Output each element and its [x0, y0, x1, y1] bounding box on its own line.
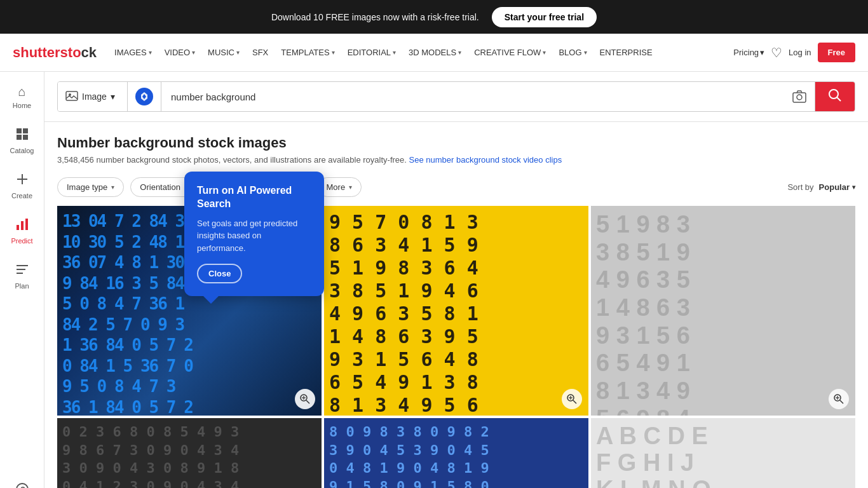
nav-item-3d-models[interactable]: 3D MODELS▾ [403, 44, 466, 61]
content-area: ⌂ Home Catalog Create Predict Plan [0, 72, 868, 488]
home-icon: ⌂ [18, 85, 25, 99]
chevron-down-icon: ▾ [111, 92, 115, 102]
ai-powered-search-popup: Turn on AI Powered Search Set goals and … [184, 172, 324, 296]
popup-title: Turn on AI Powered Search [197, 184, 311, 211]
image-grid: Turn on AI Powered Search Set goals and … [44, 203, 868, 418]
image-cell-4[interactable]: 0 2 3 6 8 0 8 5 4 9 3 9 8 6 7 3 0 9 0 4 … [57, 418, 322, 488]
chevron-down-icon: ▾ [393, 49, 396, 56]
sort-dropdown[interactable]: Popular ▾ [819, 182, 855, 192]
nav-pricing[interactable]: Pricing ▾ [733, 48, 764, 57]
sidebar: ⌂ Home Catalog Create Predict Plan [0, 72, 44, 488]
search-type-dropdown[interactable]: Image ▾ [58, 82, 128, 111]
image-cell-2[interactable]: 9 5 7 0 8 1 3 8 6 3 4 1 5 9 5 1 9 8 3 6 … [324, 206, 588, 416]
sidebar-item-plan[interactable]: Plan [3, 256, 41, 296]
main-nav: shutterstock IMAGES▾ VIDEO▾ MUSIC▾ SFX T… [0, 34, 868, 72]
nav-item-music[interactable]: MUSIC▾ [203, 44, 245, 61]
chevron-down-icon: ▾ [349, 184, 352, 191]
help-icon: ? [15, 482, 29, 488]
sidebar-item-help[interactable]: ? Help [3, 476, 41, 488]
svg-line-19 [837, 97, 841, 101]
chevron-down-icon: ▾ [236, 49, 240, 56]
svg-rect-7 [21, 221, 24, 230]
svg-line-29 [840, 400, 843, 403]
chevron-down-icon: ▾ [458, 49, 461, 56]
create-icon [15, 172, 29, 189]
svg-text:?: ? [20, 485, 25, 488]
svg-rect-14 [66, 92, 78, 100]
top-banner: Download 10 FREE images now with a risk-… [0, 0, 868, 34]
logo[interactable]: shutterstock [13, 44, 97, 61]
plan-icon [15, 262, 29, 280]
sidebar-item-catalog[interactable]: Catalog [3, 121, 41, 161]
svg-rect-1 [23, 128, 28, 133]
camera-search-button[interactable] [784, 82, 815, 111]
chevron-down-icon: ▾ [111, 184, 114, 191]
chevron-down-icon: ▾ [584, 49, 587, 56]
chevron-down-icon: ▾ [149, 49, 152, 56]
svg-rect-9 [17, 265, 28, 266]
search-submit-button[interactable] [815, 82, 855, 111]
image-cell-5[interactable]: 8 0 9 8 3 8 0 9 8 2 3 9 0 4 5 3 9 0 4 5 … [324, 418, 588, 488]
svg-rect-3 [23, 135, 28, 140]
sort-label: Sort by [787, 182, 813, 192]
zoom-icon-3[interactable] [829, 389, 849, 409]
image-cell-3[interactable]: 5 1 9 8 3 3 8 5 1 9 4 9 6 3 5 1 4 8 6 3 … [591, 206, 855, 416]
nav-item-blog[interactable]: BLOG▾ [553, 44, 592, 61]
nav-item-images[interactable]: IMAGES▾ [109, 44, 157, 61]
image-grid-second-row: 0 2 3 6 8 0 8 5 4 9 3 9 8 6 7 3 0 9 0 4 … [44, 418, 868, 488]
search-type-label: Image [82, 92, 107, 102]
results-subtitle: 3,548,456 number background stock photos… [57, 155, 855, 165]
login-button[interactable]: Log in [789, 48, 811, 57]
nav-item-sfx[interactable]: SFX [247, 44, 273, 61]
chevron-down-icon: ▾ [760, 48, 764, 57]
nav-item-creative-flow[interactable]: CREATIVE FLOW▾ [469, 44, 551, 61]
chevron-down-icon: ▾ [852, 184, 855, 191]
sort-area: Sort by Popular ▾ [787, 182, 855, 192]
svg-rect-5 [17, 179, 27, 180]
svg-rect-8 [25, 219, 28, 230]
popup-description: Set goals and get predicted insights bas… [197, 217, 311, 255]
sidebar-item-predict[interactable]: Predict [3, 211, 41, 251]
sidebar-item-create[interactable]: Create [3, 166, 41, 206]
zoom-icon-1[interactable] [295, 389, 315, 409]
nav-item-enterprise[interactable]: ENTERPRISE [595, 44, 658, 61]
catalog-icon [15, 127, 29, 144]
search-area: Image ▾ [44, 72, 868, 122]
ai-logo [135, 88, 153, 105]
popup-close-button[interactable]: Close [197, 264, 242, 283]
nav-item-templates[interactable]: TEMPLATES▾ [276, 44, 339, 61]
sort-value: Popular [819, 182, 850, 192]
ai-search-button[interactable] [128, 82, 161, 111]
banner-cta-button[interactable]: Start your free trial [492, 7, 597, 27]
predict-icon [15, 217, 29, 234]
image-cell-6[interactable]: A B C D E F G H I J K L M N O P Q R S T [591, 418, 855, 488]
svg-rect-10 [17, 269, 25, 270]
search-input[interactable] [161, 92, 784, 102]
results-header: Number background stock images 3,548,456… [44, 122, 868, 171]
svg-line-21 [306, 400, 309, 403]
free-trial-button[interactable]: Free [818, 43, 855, 62]
svg-point-18 [829, 90, 838, 98]
svg-rect-6 [17, 225, 19, 230]
video-clips-link[interactable]: See number background stock video clips [409, 155, 562, 165]
svg-rect-0 [17, 128, 22, 133]
image-icon [65, 90, 78, 104]
svg-rect-2 [17, 135, 22, 140]
favorites-icon[interactable]: ♡ [771, 45, 782, 60]
main-content: Image ▾ [44, 72, 868, 488]
chevron-down-icon: ▾ [332, 49, 335, 56]
search-bar: Image ▾ [57, 81, 855, 112]
chevron-down-icon: ▾ [192, 49, 195, 56]
results-title: Number background stock images [57, 135, 855, 151]
nav-items: IMAGES▾ VIDEO▾ MUSIC▾ SFX TEMPLATES▾ EDI… [109, 44, 733, 61]
svg-rect-11 [17, 273, 23, 274]
zoom-icon-2[interactable] [562, 389, 582, 409]
chevron-down-icon: ▾ [543, 49, 546, 56]
filters-bar: Image type ▾ Orientation ▾ People ▾ Arti… [44, 171, 868, 203]
nav-right: Pricing ▾ ♡ Log in Free [733, 43, 855, 62]
nav-item-video[interactable]: VIDEO▾ [159, 44, 200, 61]
nav-item-editorial[interactable]: EDITORIAL▾ [342, 44, 401, 61]
sidebar-item-home[interactable]: ⌂ Home [3, 78, 41, 116]
filter-image-type[interactable]: Image type ▾ [57, 177, 124, 197]
banner-text: Download 10 FREE images now with a risk-… [271, 12, 479, 22]
